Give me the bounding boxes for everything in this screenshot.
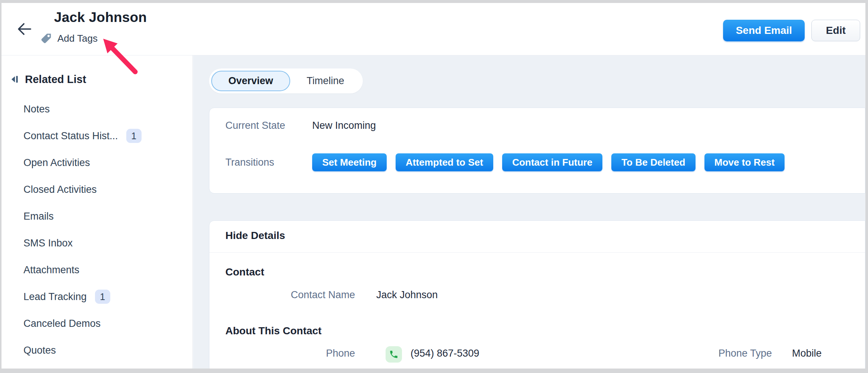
count-badge: 1 xyxy=(95,290,110,304)
back-button[interactable] xyxy=(16,22,33,36)
sidebar-item-emails[interactable]: Emails xyxy=(1,203,192,230)
contact-name-value: Jack Johnson xyxy=(376,289,438,301)
current-state-label: Current State xyxy=(225,120,285,131)
edit-button[interactable]: Edit xyxy=(811,20,860,41)
sidebar-item-quotes[interactable]: Quotes xyxy=(1,337,192,364)
phone-value: (954) 867-5309 xyxy=(411,348,479,359)
sidebar-item-closed-activities[interactable]: Closed Activities xyxy=(1,176,192,203)
sidebar-item-canceled-demos[interactable]: Canceled Demos xyxy=(1,310,192,337)
sidebar-item-notes[interactable]: Notes xyxy=(1,96,192,122)
sidebar-item-lead-tracking[interactable]: Lead Tracking 1 xyxy=(1,283,192,310)
about-section-heading: About This Contact xyxy=(225,325,321,337)
contact-name-label: Contact Name xyxy=(262,289,355,301)
header-actions: Send Email Edit xyxy=(723,20,860,41)
tab-timeline[interactable]: Timeline xyxy=(290,71,361,91)
collapse-panel-icon[interactable] xyxy=(10,74,19,84)
phone-type-label: Phone Type xyxy=(660,348,772,359)
transition-set-meeting-button[interactable]: Set Meeting xyxy=(312,153,387,171)
contact-section-heading: Contact xyxy=(225,266,264,278)
page-title: Jack Johnson xyxy=(54,10,147,25)
phone-type-value: Mobile xyxy=(792,348,822,359)
tab-overview[interactable]: Overview xyxy=(211,71,290,91)
add-tags-label: Add Tags xyxy=(57,33,98,44)
sidebar-item-sms-inbox[interactable]: SMS Inbox xyxy=(1,230,192,256)
sidebar-item-open-activities[interactable]: Open Activities xyxy=(1,149,192,176)
call-button[interactable] xyxy=(386,346,402,363)
back-arrow-icon xyxy=(16,22,33,36)
sidebar-item-attachments[interactable]: Attachments xyxy=(1,256,192,283)
transition-move-to-rest-button[interactable]: Move to Rest xyxy=(704,153,785,171)
transition-buttons: Set Meeting Attempted to Set Contact in … xyxy=(312,153,785,171)
related-list-header: Related List xyxy=(1,70,192,88)
tag-icon xyxy=(40,32,52,44)
main-content: Overview Timeline Current State New Inco… xyxy=(193,55,865,369)
related-list-sidebar: Related List Notes Contact Status Hist..… xyxy=(1,55,193,369)
hide-details-toggle[interactable]: Hide Details xyxy=(225,230,285,242)
current-state-value: New Incoming xyxy=(312,120,376,131)
crm-contact-detail-window: Jack Johnson Add Tags Send Email Edit xyxy=(1,3,865,369)
count-badge: 1 xyxy=(126,129,142,143)
screenshot-frame: Jack Johnson Add Tags Send Email Edit xyxy=(0,0,868,373)
view-tabs: Overview Timeline xyxy=(209,68,363,93)
send-email-button[interactable]: Send Email xyxy=(723,20,805,41)
transition-to-be-deleted-button[interactable]: To Be Deleted xyxy=(611,153,695,171)
phone-icon xyxy=(389,350,399,359)
transition-contact-in-future-button[interactable]: Contact in Future xyxy=(502,153,602,171)
related-list-title: Related List xyxy=(25,73,86,86)
transition-attempted-to-set-button[interactable]: Attempted to Set xyxy=(396,153,493,171)
divider xyxy=(209,252,865,253)
add-tags-button[interactable]: Add Tags xyxy=(40,31,98,45)
transitions-label: Transitions xyxy=(225,157,274,168)
sidebar-item-contact-status-history[interactable]: Contact Status Hist... 1 xyxy=(1,122,192,149)
phone-label: Phone xyxy=(262,348,355,359)
details-card: Hide Details Contact Contact Name Jack J… xyxy=(209,220,865,369)
state-card: Current State New Incoming Transitions S… xyxy=(209,108,865,194)
header-bar: Jack Johnson Add Tags Send Email Edit xyxy=(1,3,865,55)
related-list-items: Notes Contact Status Hist... 1 Open Acti… xyxy=(1,96,192,364)
